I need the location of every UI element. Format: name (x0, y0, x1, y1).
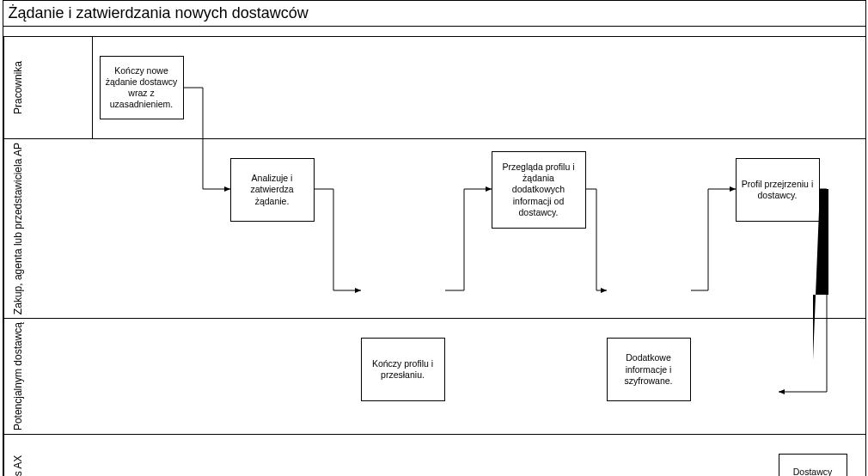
activity-review-profile: Przegląda profilu i żądania dodatkowych … (492, 151, 586, 229)
activity-finish-profile: Kończy profilu i przesłaniu. (361, 338, 445, 401)
lane-prospective-vendor: Potencjalnym dostawcą Kończy profilu i p… (3, 319, 865, 435)
activity-vendor-created: Dostawcy utworzone w głównego dostawcy. (779, 454, 847, 476)
lane-content-dynamics-ax: Dostawcy utworzone w głównego dostawcy. (31, 435, 865, 476)
diagram-title: Żądanie i zatwierdzania nowych dostawców (3, 1, 865, 27)
spacer (3, 27, 865, 37)
lane-purchasing-ap: Zakup, agenta lub przedstawiciela AP Ana… (3, 139, 865, 319)
lane-content-purchasing-ap: Analizuje i zatwierdza żądanie. Przegląd… (31, 139, 865, 241)
lane-label-purchasing-ap: Zakup, agenta lub przedstawiciela AP (3, 139, 31, 318)
lane-content-prospective-vendor: Kończy profilu i przesłaniu. Dodatkowe i… (31, 319, 865, 420)
activity-profile-reviewed: Profil przejrzeniu i dostawcy. (736, 158, 820, 222)
activity-analyze-approve: Analizuje i zatwierdza żądanie. (230, 158, 315, 222)
lane-label-employee: Pracownika (3, 37, 31, 138)
swimlane-diagram: Żądanie i zatwierdzania nowych dostawców… (3, 0, 866, 476)
lane-label-dynamics-ax: Dynamics AX (3, 435, 31, 476)
lane-label-prospective-vendor: Potencjalnym dostawcą (3, 319, 31, 434)
activity-additional-info: Dodatkowe informacje i szyfrowane. (607, 338, 691, 401)
activity-finish-request: Kończy nowe żądanie dostawcy wraz z uzas… (100, 56, 184, 119)
lanes-container: Pracownika Kończy nowe żądanie dostawcy … (3, 37, 865, 476)
lane-dynamics-ax: Dynamics AX Dostawcy utworzone w główneg… (3, 435, 865, 476)
lane-employee: Pracownika Kończy nowe żądanie dostawcy … (3, 37, 865, 139)
lane-content-employee: Kończy nowe żądanie dostawcy wraz z uzas… (31, 37, 865, 138)
separator-col (84, 37, 93, 138)
